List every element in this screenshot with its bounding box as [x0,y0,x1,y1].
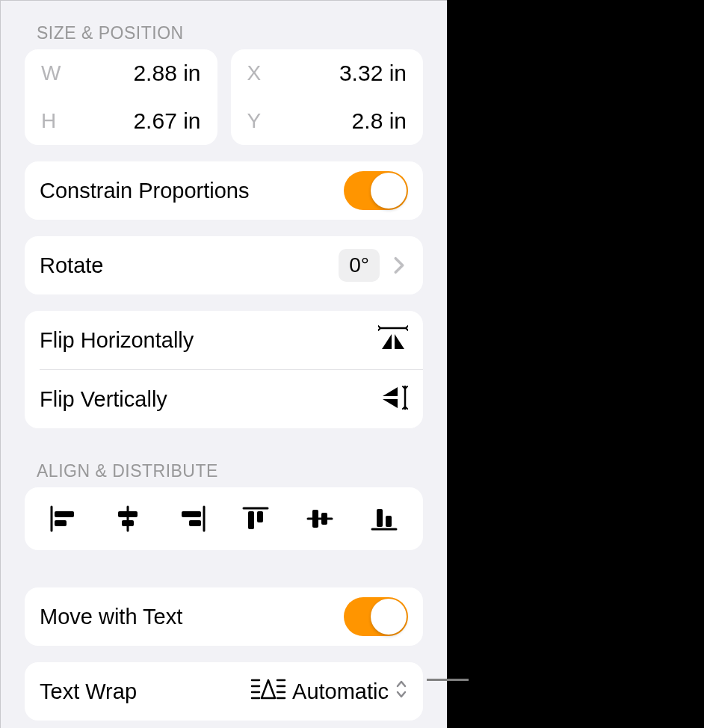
svg-rect-18 [377,509,383,527]
svg-rect-15 [312,510,318,528]
flip-horizontal-icon [378,324,408,356]
constrain-proportions-label: Constrain Proportions [40,179,249,203]
height-field[interactable]: H 2.67 in [25,97,217,145]
rotate-value[interactable]: 0° [339,249,380,282]
flip-vertical-label: Flip Vertically [40,387,167,412]
move-with-text-row[interactable]: Move with Text [25,587,423,646]
width-label: W [41,61,61,85]
rotate-label: Rotate [40,253,103,278]
chevron-right-icon [390,255,408,276]
callout-leader-line [427,679,469,681]
height-value: 2.67 in [133,108,200,134]
size-fields-group: W 2.88 in H 2.67 in [25,49,217,145]
constrain-proportions-row[interactable]: Constrain Proportions [25,161,423,220]
align-distribute-section-header: ALIGN & DISTRIBUTE [1,428,447,487]
toggle-knob [371,599,407,635]
text-wrap-row[interactable]: Text Wrap Automatic [25,662,423,721]
x-position-field[interactable]: X 3.32 in [231,49,424,97]
svg-rect-6 [118,511,138,517]
svg-rect-7 [122,520,134,526]
popup-updown-icon [395,679,408,705]
svg-rect-9 [182,511,201,517]
width-field[interactable]: W 2.88 in [25,49,217,97]
text-wrap-automatic-icon [250,677,286,706]
position-fields-group: X 3.32 in Y 2.8 in [231,49,424,145]
constrain-proportions-toggle[interactable] [344,171,408,210]
svg-rect-3 [55,511,74,517]
svg-rect-19 [386,516,392,527]
svg-rect-12 [248,511,254,529]
align-right-button[interactable] [170,501,214,537]
svg-rect-10 [189,520,201,526]
align-center-horizontal-button[interactable] [105,501,150,537]
y-value: 2.8 in [352,108,407,134]
align-bottom-button[interactable] [362,501,407,537]
size-position-fields: W 2.88 in H 2.67 in X 3.32 in Y 2.8 in [25,49,423,145]
align-center-vertical-button[interactable] [297,501,342,537]
svg-rect-4 [55,520,67,526]
align-top-button[interactable] [233,501,278,537]
flip-vertical-row[interactable]: Flip Vertically [25,370,423,428]
flip-vertical-icon [378,383,408,415]
flip-horizontal-label: Flip Horizontally [40,328,194,353]
toggle-knob [371,173,407,209]
align-distribute-buttons [25,487,423,550]
y-label: Y [247,109,262,133]
arrange-inspector-panel: SIZE & POSITION W 2.88 in H 2.67 in X 3.… [0,0,447,728]
svg-rect-13 [257,511,263,522]
y-position-field[interactable]: Y 2.8 in [231,97,424,145]
width-value: 2.88 in [133,61,200,86]
flip-horizontal-row[interactable]: Flip Horizontally [25,311,423,369]
move-with-text-label: Move with Text [40,605,182,629]
height-label: H [41,109,56,133]
text-wrap-value: Automatic [292,679,389,704]
size-position-section-header: SIZE & POSITION [1,2,447,49]
x-label: X [247,61,262,85]
move-with-text-toggle[interactable] [344,597,408,636]
rotate-row[interactable]: Rotate 0° [25,236,423,294]
align-left-button[interactable] [41,501,86,537]
svg-rect-16 [321,513,327,525]
x-value: 3.32 in [339,61,407,86]
text-wrap-label: Text Wrap [40,679,137,704]
